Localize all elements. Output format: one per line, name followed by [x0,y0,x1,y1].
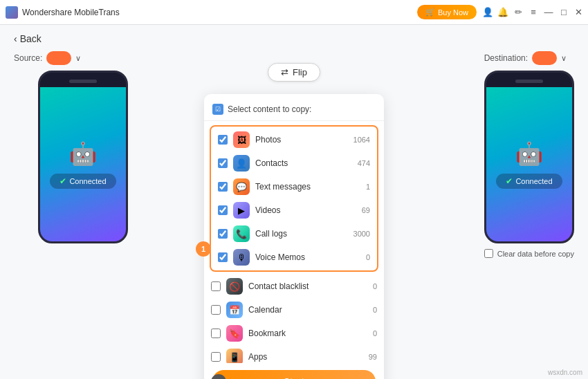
main-content: ‹ Back ⇄ Flip Source: ∨ 🤖 ✔ Conne [0,25,588,379]
bookmark-checkbox[interactable] [211,329,221,338]
minimize-button[interactable]: — [543,7,554,18]
phone-screen-right: 🤖 ✔ Connected [486,87,572,241]
calllogs-label: Call logs [255,229,349,239]
list-item: 📞 Call logs 3000 [211,222,377,246]
list-item: 💬 Text messages 1 [211,175,377,198]
phone-speaker-right [515,80,543,83]
source-phone: 🤖 ✔ Connected [38,71,128,243]
photos-count: 1064 [349,136,370,144]
check-icon-left: ✔ [59,176,66,186]
blacklist-label: Contact blacklist [248,281,356,291]
calendar-icon: 📅 [226,302,243,318]
badge-1: 1 [204,241,211,257]
bookmark-icon: 🔖 [226,325,243,342]
sms-checkbox[interactable] [218,182,228,192]
source-section: Source: ∨ 🤖 ✔ Connected [14,51,152,243]
contacts-checkbox[interactable] [218,158,228,168]
destination-label: Destination: [484,53,528,63]
contacts-label: Contacts [255,158,349,168]
voicememos-checkbox[interactable] [218,252,228,262]
start-button-container: 2 Start [204,363,384,379]
bookmark-label: Bookmark [248,329,356,338]
connected-badge-right: ✔ Connected [496,174,562,189]
android-icon-left: 🤖 [69,140,97,167]
titlebar-icons: 👤 🔔 ✏ ≡ — □ ✕ [482,7,582,18]
source-label-row: Source: ∨ [14,51,81,65]
list-item: ▶ Videos 69 [211,198,377,222]
blacklist-count: 0 [356,282,377,290]
blacklist-icon: 🚫 [226,278,243,295]
list-item: 📱 Apps 99 [204,345,384,363]
voicememos-icon: 🎙 [233,249,250,266]
menu-icon[interactable]: ≡ [528,7,539,18]
bookmark-count: 0 [356,329,377,338]
list-item: 🎙 Voice Memos 0 [211,246,377,269]
selected-items-group: 1 🖼 Photos 1064 👤 Contacts 474 [210,125,378,272]
buy-now-button[interactable]: 🛒 Buy Now [417,5,477,19]
edit-icon[interactable]: ✏ [513,7,524,18]
titlebar: Wondershare MobileTrans 🛒 Buy Now 👤 🔔 ✏ … [0,0,588,25]
videos-checkbox[interactable] [218,205,228,215]
flip-button[interactable]: ⇄ Flip [268,63,320,82]
destination-chevron-icon[interactable]: ∨ [561,54,567,63]
source-selector[interactable] [46,51,71,65]
app-title: Wondershare MobileTrans [22,8,120,17]
panel-header-text: Select content to copy: [228,104,311,114]
clear-data-label: Clear data before copy [497,250,574,258]
blacklist-checkbox[interactable] [211,281,221,291]
destination-label-row: Destination: ∨ [484,51,567,65]
apps-label: Apps [248,352,356,362]
calllogs-count: 3000 [349,230,370,238]
videos-label: Videos [255,205,349,215]
bookmark-icon[interactable]: 🔔 [497,7,508,18]
photos-icon: 🖼 [233,131,250,148]
watermark: wsxdn.com [548,369,582,376]
android-icon-right: 🤖 [515,140,543,167]
source-label: Source: [14,53,42,63]
calendar-label: Calendar [248,305,356,315]
list-item: 👤 Contacts 474 [211,151,377,175]
start-button[interactable]: 2 Start [212,370,376,379]
list-item: 📅 Calendar 0 [204,298,384,322]
calendar-count: 0 [356,306,377,314]
close-button[interactable]: ✕ [575,7,582,17]
panel-header-icon: ☑ [212,104,223,115]
cart-icon: 🛒 [425,8,435,17]
destination-section: Destination: ∨ 🤖 ✔ Connected Clear data … [484,51,574,258]
back-button[interactable]: ‹ Back [14,33,574,44]
check-icon-right: ✔ [506,176,513,186]
flip-icon: ⇄ [281,67,288,77]
videos-icon: ▶ [233,202,250,219]
contacts-count: 474 [349,159,370,167]
destination-selector[interactable] [532,51,557,65]
videos-count: 69 [349,206,370,214]
content-panel: ☑ Select content to copy: 1 🖼 Photos 106… [204,94,384,379]
apps-checkbox[interactable] [211,352,221,362]
voicememos-label: Voice Memos [255,252,349,262]
maximize-button[interactable]: □ [558,7,569,18]
clear-data-checkbox[interactable] [484,249,493,258]
apps-count: 99 [356,353,377,361]
apps-icon: 📱 [226,349,243,363]
content-list: 1 🖼 Photos 1064 👤 Contacts 474 [204,121,384,363]
list-item: 🔖 Bookmark 0 [204,322,384,345]
connected-badge-left: ✔ Connected [50,174,116,189]
badge-2: 2 [211,374,226,380]
sms-count: 1 [349,183,370,191]
back-arrow-icon: ‹ [14,33,17,44]
photos-label: Photos [255,135,349,145]
flip-container: ⇄ Flip [268,63,320,82]
list-item: 🚫 Contact blacklist 0 [204,275,384,298]
user-icon[interactable]: 👤 [482,7,493,18]
devices-row: Source: ∨ 🤖 ✔ Connected ☑ Select conten [14,51,574,258]
calendar-checkbox[interactable] [211,305,221,315]
sms-label: Text messages [255,182,349,192]
calllogs-icon: 📞 [233,225,250,242]
photos-checkbox[interactable] [218,135,228,145]
clear-data-row: Clear data before copy [484,249,574,258]
list-item: 🖼 Photos 1064 [211,128,377,151]
calllogs-checkbox[interactable] [218,229,228,239]
source-chevron-icon[interactable]: ∨ [75,54,81,63]
phone-screen-left: 🤖 ✔ Connected [40,87,126,241]
voicememos-count: 0 [349,253,370,261]
